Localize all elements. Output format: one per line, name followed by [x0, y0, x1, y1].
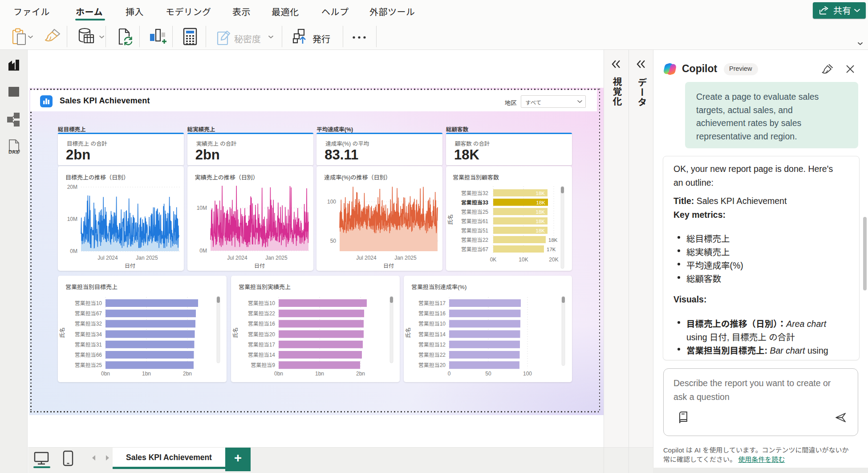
svg-text:営業担当51: 営業担当51: [461, 228, 489, 234]
svg-text:営業担当31: 営業担当31: [75, 342, 102, 348]
svg-text:営業担当32: 営業担当32: [75, 321, 102, 327]
svg-text:0bn: 0bn: [101, 371, 110, 377]
svg-text:0bn: 0bn: [274, 371, 283, 377]
svg-text:2bn: 2bn: [183, 371, 192, 377]
svg-text:Jul 2024: Jul 2024: [97, 255, 118, 261]
svg-text:17K: 17K: [547, 247, 556, 252]
svg-text:0: 0: [448, 371, 451, 377]
svg-text:営業担当20: 営業担当20: [248, 331, 276, 338]
svg-text:Jan 2025: Jan 2025: [136, 255, 158, 261]
svg-text:18K: 18K: [536, 200, 546, 205]
svg-text:営業担当25: 営業担当25: [75, 362, 102, 368]
svg-text:営業担当10: 営業担当10: [418, 321, 446, 327]
svg-text:1bn: 1bn: [315, 371, 324, 377]
svg-text:営業担当22: 営業担当22: [248, 310, 276, 317]
svg-text:営業担当12: 営業担当12: [418, 342, 446, 348]
svg-text:営業担当17: 営業担当17: [248, 342, 276, 348]
svg-text:Jul 2024: Jul 2024: [227, 255, 247, 261]
svg-text:営業担当17: 営業担当17: [418, 300, 446, 306]
svg-text:営業担当33: 営業担当33: [461, 200, 489, 206]
svg-text:0M: 0M: [199, 248, 207, 254]
svg-text:営業担当67: 営業担当67: [75, 310, 102, 317]
svg-text:営業担当61: 営業担当61: [461, 218, 489, 224]
svg-text:18K: 18K: [536, 209, 545, 215]
svg-text:10M: 10M: [67, 216, 77, 222]
svg-text:日付: 日付: [383, 263, 394, 269]
svg-text:10M: 10M: [196, 205, 207, 211]
svg-text:18K: 18K: [536, 228, 545, 233]
svg-text:営業担当22: 営業担当22: [461, 237, 489, 243]
svg-text:1bn: 1bn: [142, 371, 151, 377]
svg-text:50: 50: [330, 238, 337, 244]
svg-text:営業担当32: 営業担当32: [461, 190, 489, 196]
svg-text:氏名: 氏名: [59, 327, 65, 338]
svg-text:営業担当16: 営業担当16: [248, 321, 276, 327]
svg-text:営業担当22: 営業担当22: [418, 352, 446, 358]
svg-text:氏名: 氏名: [232, 327, 239, 338]
svg-text:営業担当14: 営業担当14: [418, 331, 446, 338]
svg-text:100: 100: [523, 371, 532, 377]
svg-text:営業担当67: 営業担当67: [461, 246, 489, 253]
svg-text:日付: 日付: [125, 263, 135, 269]
svg-text:10K: 10K: [519, 257, 528, 263]
svg-text:Jan 2025: Jan 2025: [265, 255, 288, 261]
svg-text:18K: 18K: [536, 191, 545, 196]
svg-text:18K: 18K: [548, 237, 558, 243]
svg-text:氏名: 氏名: [405, 327, 411, 338]
svg-text:営業担当34: 営業担当34: [75, 331, 102, 338]
svg-text:営業担当20: 営業担当20: [418, 362, 446, 368]
svg-text:営業担当66: 営業担当66: [75, 352, 102, 358]
svg-text:氏名: 氏名: [447, 214, 454, 225]
svg-text:0M: 0M: [70, 248, 77, 254]
svg-text:営業担当10: 営業担当10: [248, 300, 276, 306]
svg-text:Jan 2025: Jan 2025: [395, 255, 417, 261]
svg-text:営業担当10: 営業担当10: [75, 300, 102, 306]
svg-text:18K: 18K: [536, 219, 545, 224]
svg-text:2bn: 2bn: [356, 371, 365, 377]
svg-text:Jul 2024: Jul 2024: [357, 255, 377, 261]
svg-text:営業担当14: 営業担当14: [248, 352, 276, 358]
svg-text:20K: 20K: [549, 257, 558, 263]
svg-text:100: 100: [327, 199, 336, 205]
svg-text:20M: 20M: [67, 184, 77, 190]
svg-text:営業担当25: 営業担当25: [461, 209, 489, 215]
svg-text:営業担当16: 営業担当16: [418, 310, 446, 317]
svg-text:営業担当9: 営業担当9: [251, 362, 275, 368]
svg-text:0K: 0K: [490, 257, 497, 263]
svg-text:日付: 日付: [254, 263, 265, 269]
svg-text:50: 50: [485, 371, 491, 377]
